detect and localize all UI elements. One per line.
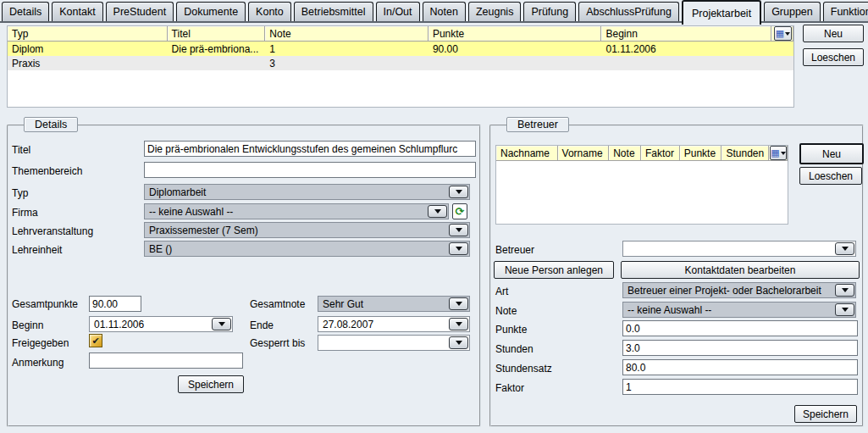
betreuer-loeschen-button[interactable]: Loeschen bbox=[799, 167, 862, 185]
punkte-input[interactable] bbox=[622, 320, 858, 336]
lehreinheit-combobox-value: BE () bbox=[149, 243, 172, 255]
lehreinheit-combobox-arrow-button[interactable] bbox=[449, 242, 468, 255]
gesamtnote-label: Gesamtnote bbox=[250, 298, 305, 310]
betreuer-neu-button[interactable]: Neu bbox=[799, 143, 864, 164]
gesamtpunkte-label: Gesamtpunkte bbox=[12, 298, 78, 310]
tab-betriebsmittel[interactable]: Betriebsmittel bbox=[294, 2, 373, 21]
neue-person-anlegen-button[interactable]: Neue Person anlegen bbox=[494, 261, 614, 279]
tab-zeugnis[interactable]: Zeugnis bbox=[468, 2, 521, 21]
column-header-punkte[interactable]: Punkte bbox=[680, 146, 722, 161]
gesperrt-bis-date-arrow-button[interactable] bbox=[449, 336, 468, 349]
lehreinheit-combobox[interactable]: BE () bbox=[144, 241, 470, 257]
tab-funktionen[interactable]: Funktionen bbox=[823, 2, 868, 21]
column-header-punkte[interactable]: Punkte bbox=[428, 26, 602, 42]
betreuer-list-header: Nachname Vorname Note Faktor Punkte Stun… bbox=[496, 146, 788, 161]
kontaktdaten-bearbeiten-button[interactable]: Kontaktdaten bearbeiten bbox=[621, 261, 860, 279]
project-loeschen-button[interactable]: Loeschen bbox=[803, 48, 864, 66]
firma-combobox-arrow-button[interactable] bbox=[428, 205, 447, 218]
anmerkung-label: Anmerkung bbox=[12, 357, 64, 369]
gesamtpunkte-input[interactable] bbox=[89, 296, 141, 312]
column-header-titel[interactable]: Titel bbox=[168, 26, 266, 42]
column-header-note[interactable]: Note bbox=[265, 26, 428, 42]
cell-punkte: 90.00 bbox=[428, 42, 602, 56]
tab-gruppen[interactable]: Gruppen bbox=[764, 2, 821, 21]
chevron-down-icon bbox=[785, 32, 790, 36]
cell-beginn: 01.11.2006 bbox=[601, 42, 771, 56]
themenbereich-input[interactable] bbox=[144, 162, 476, 178]
column-header-nachname[interactable]: Nachname bbox=[496, 146, 558, 161]
titel-input[interactable] bbox=[144, 141, 476, 157]
betreuer-combobox-arrow-button[interactable] bbox=[835, 242, 854, 255]
project-neu-button[interactable]: Neu bbox=[803, 25, 864, 42]
cell-titel: Die prä-embriona... bbox=[168, 42, 266, 56]
note-combobox[interactable]: -- keine Auswahl -- bbox=[622, 302, 856, 318]
typ-combobox[interactable]: Diplomarbeit bbox=[144, 184, 470, 200]
anmerkung-input[interactable] bbox=[89, 353, 243, 369]
tab-pruefung[interactable]: Prüfung bbox=[523, 2, 576, 21]
chevron-down-icon bbox=[842, 247, 849, 251]
column-config-button[interactable]: ▦ bbox=[774, 26, 792, 41]
tab-konto[interactable]: Konto bbox=[248, 2, 291, 21]
tab-details[interactable]: Details bbox=[2, 2, 49, 21]
chevron-down-icon bbox=[456, 247, 462, 251]
tab-bar: Details Kontakt PreStudent Dokumente Kon… bbox=[2, 0, 868, 25]
chevron-down-icon bbox=[842, 308, 849, 312]
note-combobox-arrow-button[interactable] bbox=[835, 303, 854, 316]
gesperrt-bis-date-combobox[interactable] bbox=[318, 335, 470, 351]
column-header-stunden[interactable]: Stunden bbox=[721, 146, 769, 161]
details-speichern-button[interactable]: Speichern bbox=[178, 375, 244, 393]
gesamtnote-combobox-arrow-button[interactable] bbox=[449, 297, 468, 310]
art-combobox-value: Betreuer einer Projekt- oder Bachelorarb… bbox=[628, 285, 821, 297]
note-label: Note bbox=[495, 305, 517, 317]
ende-date-arrow-button[interactable] bbox=[449, 318, 468, 330]
column-header-vorname[interactable]: Vorname bbox=[558, 146, 610, 161]
column-header-beginn[interactable]: Beginn bbox=[601, 26, 771, 42]
stundensatz-input[interactable] bbox=[622, 359, 858, 375]
art-combobox-arrow-button[interactable] bbox=[835, 284, 854, 297]
column-header-typ[interactable]: Typ bbox=[8, 26, 168, 42]
titel-label: Titel bbox=[12, 144, 30, 156]
tab-prestudent[interactable]: PreStudent bbox=[106, 2, 174, 21]
typ-combobox-value: Diplomarbeit bbox=[149, 186, 206, 198]
lehrveranstaltung-combobox[interactable]: Praxissemester (7 Sem) bbox=[144, 222, 470, 238]
table-row[interactable]: Praxis 3 bbox=[8, 56, 793, 70]
betreuer-combobox[interactable] bbox=[622, 241, 856, 257]
freigegeben-checkbox[interactable]: ✔ bbox=[89, 334, 102, 347]
lehrveranstaltung-label: Lehrveranstaltung bbox=[12, 225, 93, 237]
chevron-down-icon bbox=[456, 322, 462, 326]
ende-date-combobox[interactable]: 27.08.2007 bbox=[318, 316, 470, 332]
lehrveranstaltung-combobox-arrow-button[interactable] bbox=[449, 224, 468, 236]
typ-combobox-arrow-button[interactable] bbox=[449, 186, 468, 198]
chevron-down-icon bbox=[456, 341, 462, 345]
cell-punkte bbox=[428, 56, 602, 70]
column-config-button[interactable]: ▦ bbox=[770, 146, 786, 160]
gesamtnote-combobox[interactable]: Sehr Gut bbox=[318, 296, 470, 312]
firma-refresh-button[interactable]: ⟳ bbox=[452, 203, 467, 219]
freigegeben-label: Freigegeben bbox=[12, 337, 69, 349]
betreuer-speichern-button[interactable]: Speichern bbox=[794, 405, 857, 423]
tab-projektarbeit[interactable]: Projektarbeit bbox=[682, 0, 761, 25]
gesperrt-bis-label: Gesperrt bis bbox=[250, 337, 305, 349]
tab-noten[interactable]: Noten bbox=[423, 2, 466, 21]
faktor-input[interactable] bbox=[622, 379, 858, 395]
art-combobox[interactable]: Betreuer einer Projekt- oder Bachelorarb… bbox=[622, 282, 856, 298]
table-row[interactable]: Diplom Die prä-embriona... 1 90.00 01.11… bbox=[8, 42, 793, 56]
tab-abschlusspruefung[interactable]: AbschlussPrüfung bbox=[578, 2, 679, 21]
stunden-input[interactable] bbox=[622, 340, 858, 356]
column-header-note[interactable]: Note bbox=[609, 146, 641, 161]
tab-kontakt[interactable]: Kontakt bbox=[52, 2, 102, 21]
stunden-label: Stunden bbox=[495, 343, 534, 355]
tab-dokumente[interactable]: Dokumente bbox=[176, 2, 246, 21]
punkte-label: Punkte bbox=[495, 324, 527, 336]
firma-combobox[interactable]: -- keine Auswahl -- bbox=[144, 203, 449, 219]
tab-inout[interactable]: In/Out bbox=[376, 2, 420, 21]
themenbereich-label: Themenbereich bbox=[12, 165, 82, 177]
lehreinheit-label: Lehreinheit bbox=[12, 244, 62, 256]
column-header-faktor[interactable]: Faktor bbox=[641, 146, 680, 161]
stundensatz-label: Stundensatz bbox=[495, 363, 552, 375]
beginn-date-arrow-button[interactable] bbox=[212, 318, 231, 330]
projektarbeit-screen: Details Kontakt PreStudent Dokumente Kon… bbox=[0, 0, 868, 433]
beginn-date-combobox[interactable]: 01.11.2006 bbox=[89, 316, 233, 332]
lehrveranstaltung-combobox-value: Praxissemester (7 Sem) bbox=[149, 225, 258, 236]
check-icon: ✔ bbox=[91, 336, 99, 347]
